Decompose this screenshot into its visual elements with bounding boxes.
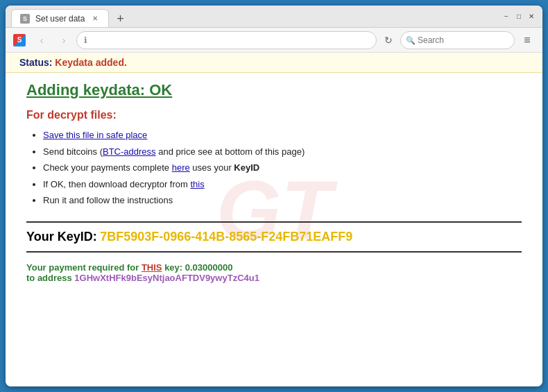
new-tab-button[interactable]: + xyxy=(112,10,128,27)
list-item: Send bitcoins (BTC-address and price see… xyxy=(43,145,522,159)
forward-button[interactable]: › xyxy=(54,31,74,50)
payment-this-link[interactable]: THIS xyxy=(142,262,162,273)
browser-tab[interactable]: S Set user data ✕ xyxy=(11,9,109,27)
refresh-button[interactable]: ↻ xyxy=(379,31,397,49)
list-item: Run it and follow the instructions xyxy=(43,194,522,207)
toolbar-favicon: S xyxy=(11,32,28,49)
tab-title: Set user data xyxy=(35,14,85,24)
menu-button[interactable]: ≡ xyxy=(517,31,537,50)
title-bar: S Set user data ✕ + − □ ✕ xyxy=(6,6,542,28)
window-controls: − □ ✕ xyxy=(501,11,537,22)
list-item: Check your payments complete here uses y… xyxy=(43,161,522,175)
section-title: For decrypt files: xyxy=(26,109,522,121)
search-icon: 🔍 xyxy=(406,35,416,44)
here-link[interactable]: here xyxy=(172,162,190,173)
tab-favicon: S xyxy=(20,14,30,24)
status-label: Status: xyxy=(19,57,52,68)
this-link[interactable]: this xyxy=(190,179,204,189)
keyid-section: Your KeyID: 7BF5903F-0966-414B-8565-F24F… xyxy=(26,230,522,244)
content-area: GT Status: Keydata added. Adding keydata… xyxy=(6,53,542,386)
payment-amount: 0.03000000 xyxy=(185,262,233,273)
payment-line2-before: to address xyxy=(26,273,74,283)
save-file-link[interactable]: Save this file in safe place xyxy=(43,130,147,140)
keyid-bold: KeyID xyxy=(234,162,259,173)
keyid-label: Your KeyID: xyxy=(26,230,97,244)
payment-before-text: Your payment required for xyxy=(26,262,142,273)
payment-after-text: key: xyxy=(162,262,185,273)
back-button[interactable]: ‹ xyxy=(32,31,51,50)
close-button[interactable]: ✕ xyxy=(526,11,537,22)
divider-bottom xyxy=(26,251,522,253)
instructions-list: Save this file in safe place Send bitcoi… xyxy=(26,128,522,207)
tab-area: S Set user data ✕ + xyxy=(11,6,495,27)
status-bar: Status: Keydata added. xyxy=(6,53,542,73)
payment-line2: to address 1GHwXtHFk9bEsyNtjaoAFTDV9ywyT… xyxy=(26,273,522,283)
divider-top xyxy=(26,221,522,223)
search-wrapper: 🔍 xyxy=(400,31,515,49)
minimize-button[interactable]: − xyxy=(501,11,512,22)
favicon-letter: S xyxy=(23,15,27,22)
tab-close-button[interactable]: ✕ xyxy=(90,14,100,24)
search-input[interactable] xyxy=(400,31,515,49)
page-title: Adding keydata: OK xyxy=(26,81,522,99)
address-bar[interactable]: ℹ xyxy=(76,31,377,49)
main-content: Adding keydata: OK For decrypt files: Sa… xyxy=(6,73,542,297)
page-content: Status: Keydata added. Adding keydata: O… xyxy=(6,53,542,297)
payment-section: Your payment required for THIS key: 0.03… xyxy=(26,262,522,283)
keyid-value: 7BF5903F-0966-414B-8565-F24FB71EAFF9 xyxy=(100,230,352,244)
status-value: Keydata added. xyxy=(55,57,126,68)
toolbar: S ‹ › ℹ ↻ 🔍 ≡ xyxy=(6,28,542,53)
list-item: Save this file in safe place xyxy=(43,128,522,142)
browser-window: S Set user data ✕ + − □ ✕ S ‹ › ℹ ↻ 🔍 ≡ xyxy=(6,6,542,386)
maximize-button[interactable]: □ xyxy=(513,11,524,22)
site-favicon: S xyxy=(13,34,26,46)
info-icon: ℹ xyxy=(84,35,87,45)
btc-address-value: 1GHwXtHFk9bEsyNtjaoAFTDV9ywyTzC4u1 xyxy=(74,273,259,283)
btc-address-link[interactable]: BTC-address xyxy=(103,146,156,157)
list-item: If OK, then download decryptor from this xyxy=(43,178,522,191)
payment-line1: Your payment required for THIS key: 0.03… xyxy=(26,262,522,273)
